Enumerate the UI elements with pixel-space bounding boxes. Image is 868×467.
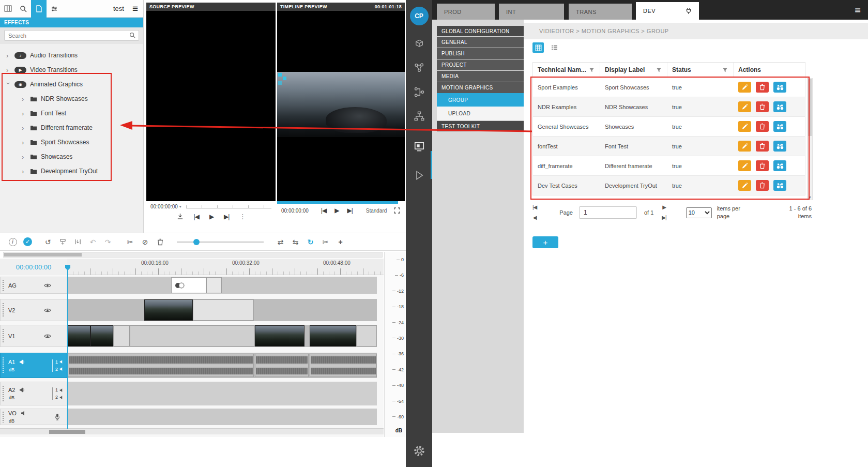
track-lane-ag[interactable] bbox=[68, 277, 377, 294]
microphone-icon[interactable] bbox=[54, 413, 60, 420]
list-view-button[interactable] bbox=[549, 42, 560, 53]
first-page-button[interactable]: |◀ bbox=[532, 205, 537, 210]
preview-button[interactable] bbox=[773, 180, 786, 191]
clip[interactable] bbox=[193, 299, 254, 321]
track-header-a1[interactable]: A1 dB 1 2 bbox=[0, 353, 67, 378]
column-status[interactable]: Status bbox=[667, 63, 734, 77]
clip[interactable] bbox=[130, 325, 255, 347]
packages-icon[interactable] bbox=[414, 39, 424, 49]
filter-icon[interactable] bbox=[722, 67, 728, 73]
chevron-right-icon[interactable]: › bbox=[22, 110, 26, 117]
insert-icon[interactable] bbox=[70, 238, 85, 245]
chevron-down-icon[interactable]: › bbox=[5, 82, 12, 87]
track-lane-v1[interactable] bbox=[68, 325, 377, 347]
edit-button[interactable] bbox=[738, 101, 751, 112]
edit-button[interactable] bbox=[738, 180, 751, 191]
tree-item-graphics-folder[interactable]: › Development TryOut bbox=[0, 164, 143, 178]
timeline-ruler[interactable]: 00:00:16:00 00:00:32:00 00:00:48:00 bbox=[67, 259, 384, 275]
workflow-icon[interactable] bbox=[414, 87, 424, 97]
track-lane-a2[interactable] bbox=[68, 382, 377, 405]
fullscreen-icon[interactable] bbox=[394, 207, 400, 214]
chevron-right-icon[interactable]: › bbox=[22, 96, 26, 102]
source-scrubber[interactable] bbox=[186, 205, 271, 208]
table-row[interactable]: NDR Examples NDR Showcases true bbox=[532, 97, 805, 117]
clip[interactable] bbox=[113, 325, 130, 347]
nav-general[interactable]: GENERAL bbox=[437, 37, 524, 48]
eye-icon[interactable] bbox=[44, 283, 51, 288]
skip-back-icon[interactable]: |◀ bbox=[194, 214, 199, 220]
scrollbar-thumb[interactable] bbox=[4, 253, 82, 257]
preview-button[interactable] bbox=[773, 101, 786, 112]
tree-item-video-transitions[interactable]: › ▶ Video Transitions bbox=[0, 63, 143, 77]
swap-left-icon[interactable]: ⇆ bbox=[288, 238, 303, 246]
user-avatar[interactable]: CP bbox=[410, 7, 429, 25]
table-row[interactable]: fontTest Font Test true bbox=[532, 137, 805, 156]
tree-item-graphics-folder[interactable]: › Showcases bbox=[0, 149, 143, 164]
edit-button[interactable] bbox=[738, 121, 751, 132]
layout-icon[interactable] bbox=[0, 0, 16, 18]
info-icon[interactable]: i bbox=[5, 238, 20, 246]
table-row[interactable]: Sport Examples Sport Showcases true bbox=[532, 78, 805, 97]
sitemap-icon[interactable] bbox=[414, 111, 424, 122]
edit-button[interactable] bbox=[738, 141, 751, 152]
delete-button[interactable] bbox=[756, 180, 769, 191]
tab-dev[interactable]: DEV bbox=[636, 2, 699, 20]
speaker-icon[interactable] bbox=[21, 410, 27, 416]
skip-back-icon[interactable]: |◀ bbox=[321, 207, 326, 214]
export-play-icon[interactable] bbox=[414, 170, 424, 180]
delete-button[interactable] bbox=[756, 141, 769, 152]
delete-button[interactable] bbox=[756, 82, 769, 93]
tree-item-graphics-folder[interactable]: › Font Test bbox=[0, 106, 143, 120]
filter-icon[interactable] bbox=[589, 67, 595, 73]
undo-icon[interactable]: ↶ bbox=[85, 238, 100, 246]
tab-int[interactable]: INT bbox=[499, 4, 564, 20]
video-clip[interactable] bbox=[255, 325, 304, 347]
tree-item-audio-transitions[interactable]: › ♪ Audio Transitions bbox=[0, 48, 143, 63]
table-row[interactable]: Dev Test Cases Development TryOut true bbox=[532, 176, 805, 195]
preview-button[interactable] bbox=[773, 141, 786, 152]
settings-gears-icon[interactable] bbox=[413, 444, 426, 458]
playhead[interactable] bbox=[67, 265, 68, 429]
nav-publish[interactable]: PUBLISH bbox=[437, 48, 524, 59]
column-display-label[interactable]: Display Label bbox=[600, 63, 667, 77]
video-clip[interactable] bbox=[310, 325, 356, 347]
channel-1[interactable]: 1 bbox=[55, 387, 64, 393]
speaker-icon[interactable] bbox=[19, 387, 25, 393]
track-lane-a1[interactable] bbox=[68, 353, 377, 378]
settings-sliders-icon[interactable] bbox=[47, 0, 62, 18]
preview-button[interactable] bbox=[773, 121, 786, 132]
nav-group-active[interactable]: GROUP bbox=[437, 93, 524, 107]
next-page-button[interactable]: ▶ bbox=[662, 205, 666, 210]
skip-forward-icon[interactable]: ▶| bbox=[224, 214, 229, 220]
tree-item-graphics-folder[interactable]: › Different framerate bbox=[0, 120, 143, 135]
clip[interactable] bbox=[206, 277, 222, 293]
drag-handle-icon[interactable] bbox=[2, 279, 5, 291]
channel-2[interactable]: 2 bbox=[55, 395, 64, 400]
edit-button[interactable] bbox=[738, 82, 751, 93]
track-lane-v2[interactable] bbox=[68, 299, 377, 321]
search-icon[interactable] bbox=[16, 0, 31, 18]
insert-to-timeline-icon[interactable] bbox=[177, 213, 184, 220]
history-icon[interactable]: ↺ bbox=[40, 238, 55, 246]
cut-icon[interactable]: ✂ bbox=[123, 238, 138, 246]
track-lane-vo[interactable] bbox=[68, 409, 377, 425]
chevron-right-icon[interactable]: › bbox=[6, 52, 11, 59]
eye-icon[interactable] bbox=[44, 334, 51, 339]
tree-item-graphics-folder[interactable]: › NDR Showcases bbox=[0, 92, 143, 106]
eye-icon[interactable] bbox=[44, 308, 51, 313]
refresh-icon[interactable]: ↻ bbox=[303, 238, 318, 246]
tree-item-animated-graphics[interactable]: › ◉ Animated Graphics bbox=[0, 77, 143, 92]
move-icon[interactable]: + bbox=[333, 238, 348, 246]
video-clip[interactable] bbox=[90, 325, 113, 347]
drag-handle-icon[interactable] bbox=[2, 303, 5, 318]
chevron-right-icon[interactable]: › bbox=[6, 67, 11, 73]
scroll-down-arrow[interactable]: ▾ bbox=[808, 195, 812, 200]
delete-button[interactable] bbox=[756, 121, 769, 132]
channel-2[interactable]: 2 bbox=[55, 367, 64, 372]
admin-menu-icon[interactable]: ≡ bbox=[855, 5, 861, 15]
track-header-ag[interactable]: AG bbox=[0, 277, 67, 294]
editor-menu-icon[interactable]: ≡ bbox=[132, 4, 138, 13]
delete-clip-icon[interactable] bbox=[153, 238, 167, 246]
nav-motion-graphics[interactable]: MOTION GRAPHICS bbox=[437, 82, 524, 93]
play-icon[interactable]: ▶ bbox=[209, 214, 214, 220]
